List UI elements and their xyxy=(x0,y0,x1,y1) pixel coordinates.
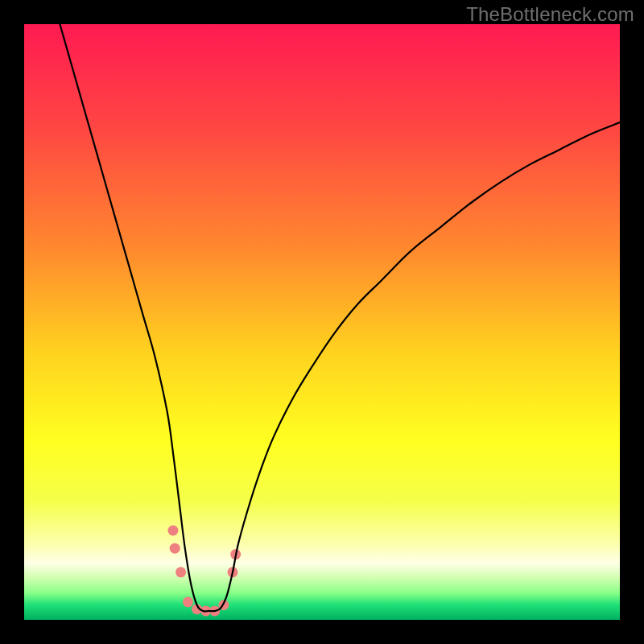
plot-area xyxy=(24,24,620,620)
accent-dot xyxy=(175,567,186,577)
accent-dot xyxy=(170,543,180,554)
bottleneck-curve xyxy=(60,24,620,611)
watermark-text: TheBottleneck.com xyxy=(466,3,634,26)
chart-frame: TheBottleneck.com xyxy=(0,0,644,644)
accent-dots-group xyxy=(168,526,242,617)
accent-dot xyxy=(183,597,193,607)
accent-dot xyxy=(168,526,179,536)
curve-layer xyxy=(24,24,620,620)
